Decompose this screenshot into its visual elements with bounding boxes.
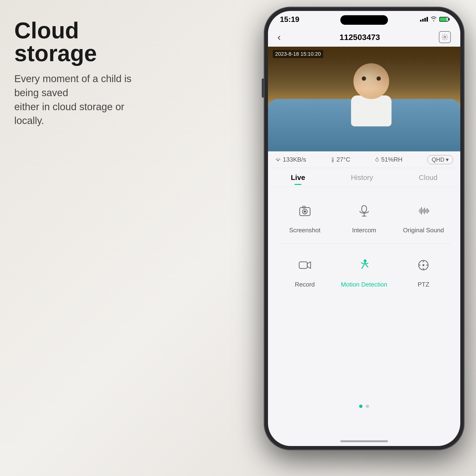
quality-badge[interactable]: QHD ▾ — [427, 155, 453, 164]
ptz-button[interactable]: PTZ — [396, 253, 451, 288]
video-timestamp: 2023-8-18 15:10:20 — [273, 50, 323, 58]
signal-icon — [420, 17, 428, 22]
waveform-icon — [417, 204, 430, 218]
svg-rect-0 — [332, 157, 333, 161]
temp-value: 27°C — [337, 156, 350, 163]
camera-icon — [298, 204, 311, 218]
app-header: ‹ 112503473 — [268, 28, 460, 47]
intercom-label: Intercom — [352, 227, 376, 234]
humidity-stat: 51%RH — [375, 156, 403, 163]
record-button[interactable]: Record — [277, 253, 332, 288]
stats-bar: 133KB/s 27°C 51%RH QHD ▾ — [268, 151, 460, 168]
back-button[interactable]: ‹ — [277, 32, 281, 43]
left-content: Cloud storage Every moment of a child is… — [14, 19, 148, 128]
page-dots — [359, 405, 369, 415]
phone-screen: 15:19 — [268, 11, 460, 446]
temp-stat: 27°C — [331, 156, 350, 163]
function-grid-row2: Record — [268, 249, 460, 293]
phone-wrapper: 15:19 — [264, 7, 469, 459]
battery-icon — [439, 17, 448, 22]
speed-value: 133KB/s — [283, 156, 306, 163]
svg-point-5 — [304, 210, 306, 213]
page-dot-2 — [366, 405, 369, 408]
chevron-down-icon: ▾ — [446, 156, 449, 163]
ptz-label: PTZ — [418, 281, 429, 288]
tab-history[interactable]: History — [351, 173, 373, 182]
grid-divider — [277, 243, 451, 244]
svg-rect-17 — [299, 262, 307, 269]
tabs-bar: Live History Cloud — [268, 168, 460, 187]
svg-rect-4 — [303, 206, 305, 208]
video-feed: 2023-8-18 15:10:20 — [268, 47, 460, 151]
status-time: 15:19 — [280, 15, 299, 24]
quality-value: QHD — [432, 156, 444, 163]
status-icons — [420, 16, 448, 23]
original-sound-button[interactable]: Original Sound — [396, 199, 451, 234]
home-indicator — [340, 440, 388, 442]
figure-run-icon — [357, 258, 371, 272]
tab-live[interactable]: Live — [291, 173, 305, 182]
headline: Cloud storage — [14, 19, 148, 65]
record-label: Record — [295, 281, 315, 288]
phone-shell: 15:19 — [264, 7, 464, 450]
svg-point-18 — [364, 259, 367, 262]
compass-icon — [417, 258, 430, 272]
wifi-icon — [430, 16, 437, 23]
svg-point-20 — [423, 264, 424, 266]
content-area: Screenshot Intercom — [268, 187, 460, 422]
motion-detection-label: Motion Detection — [341, 281, 387, 288]
tab-active-indicator — [294, 184, 302, 185]
speed-stat: 133KB/s — [275, 156, 306, 163]
video-icon — [298, 258, 311, 272]
function-grid-row1: Screenshot Intercom — [268, 194, 460, 239]
camera-id: 112503473 — [340, 33, 380, 42]
screenshot-label: Screenshot — [289, 227, 321, 234]
dynamic-island — [340, 15, 388, 25]
tab-cloud[interactable]: Cloud — [419, 173, 438, 182]
svg-rect-6 — [362, 206, 367, 212]
screenshot-button[interactable]: Screenshot — [277, 199, 332, 234]
humidity-value: 51%RH — [381, 156, 403, 163]
subtitle: Every moment of a child is being saved e… — [14, 72, 148, 128]
page-dot-1 — [359, 405, 362, 408]
original-sound-label: Original Sound — [403, 227, 444, 234]
motion-detection-button[interactable]: Motion Detection — [337, 253, 391, 288]
intercom-button[interactable]: Intercom — [337, 199, 391, 234]
settings-button[interactable] — [439, 31, 451, 43]
mic-icon — [357, 204, 371, 218]
